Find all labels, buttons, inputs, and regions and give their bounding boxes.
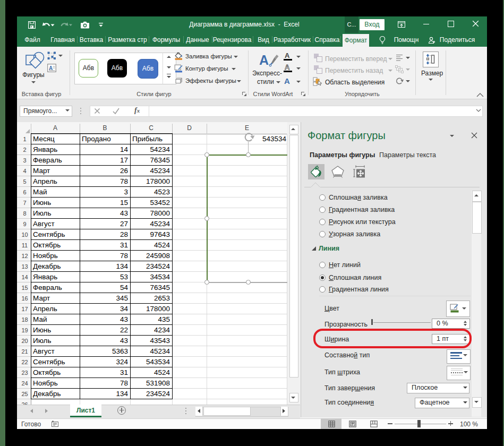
svg-text:A: A [49, 65, 53, 71]
svg-text:А: А [259, 53, 269, 67]
